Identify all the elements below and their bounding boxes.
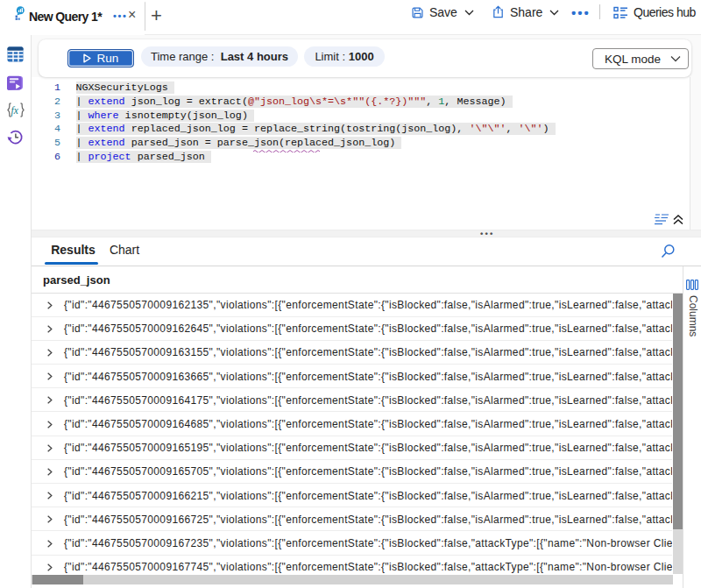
svg-text:fx: fx <box>11 105 19 117</box>
